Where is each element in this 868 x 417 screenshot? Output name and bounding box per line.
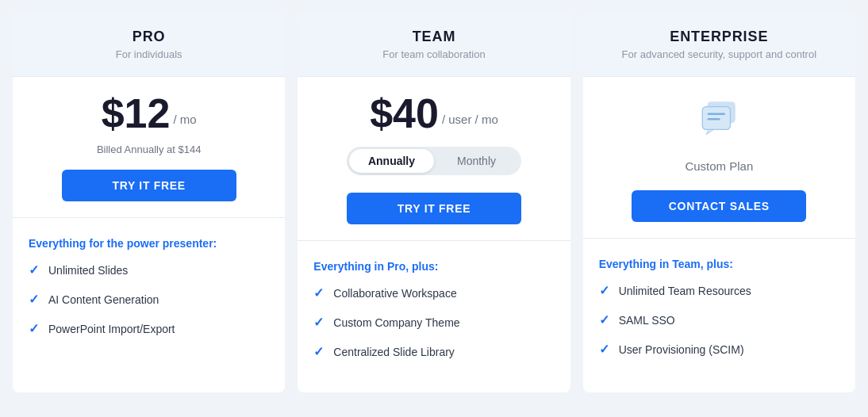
feature-label: SAML SSO [619,314,675,327]
plan-pricing-team: $40 / user / mo Annually Monthly TRY IT … [298,77,570,241]
plan-card-team: TEAM For team collaboration $40 / user /… [298,13,570,392]
plan-pricing-pro: $12 / mo Billed Annually at $144 TRY IT … [13,77,285,218]
feature-label: Unlimited Team Resources [619,285,751,297]
feature-label: User Provisioning (SCIM) [619,343,744,356]
plan-features-team: Everything in Pro, plus: ✓ Collaborative… [298,241,570,392]
plan-name-pro: PRO [25,29,272,45]
cta-button-pro[interactable]: TRY IT FREE [62,170,236,201]
feature-label: Unlimited Slides [48,264,128,277]
check-icon: ✓ [599,312,609,327]
plan-desc-pro: For individuals [25,48,272,60]
plan-header-pro: PRO For individuals [13,13,285,77]
feature-item: ✓ Unlimited Team Resources [599,283,839,298]
features-heading-pro: Everything for the power presenter: [29,237,269,250]
check-icon: ✓ [29,262,39,277]
feature-label: Collaborative Workspace [333,287,456,300]
price-unit-team: / user / mo [442,113,498,126]
check-icon: ✓ [313,315,324,330]
plan-features-pro: Everything for the power presenter: ✓ Un… [13,218,285,392]
price-amount-pro: $12 [102,93,171,134]
price-main-pro: $12 / mo [102,93,197,134]
check-icon: ✓ [313,285,324,300]
feature-item: ✓ Centralized Slide Library [313,344,554,359]
cta-button-enterprise[interactable]: CONTACT SALES [632,190,806,222]
plan-name-enterprise: ENTERPRISE [596,29,843,45]
features-heading-enterprise: Everything in Team, plus: [599,258,839,270]
feature-item: ✓ Custom Company Theme [313,315,554,330]
toggle-monthly[interactable]: Monthly [434,149,519,173]
plan-desc-enterprise: For advanced security, support and contr… [596,48,843,60]
cta-button-team[interactable]: TRY IT FREE [347,193,521,224]
plan-desc-team: For team collaboration [310,48,557,60]
chat-icon [693,93,744,143]
check-icon: ✓ [313,344,324,359]
check-icon: ✓ [599,283,609,298]
check-icon: ✓ [29,321,39,336]
custom-plan-label: Custom Plan [685,159,753,173]
feature-item: ✓ Unlimited Slides [29,262,269,277]
pricing-container: PRO For individuals $12 / mo Billed Annu… [0,0,868,405]
plan-card-enterprise: ENTERPRISE For advanced security, suppor… [583,13,855,392]
feature-item: ✓ SAML SSO [599,312,839,327]
svg-rect-3 [708,118,720,120]
check-icon: ✓ [29,292,39,307]
toggle-annually[interactable]: Annually [349,149,434,173]
svg-marker-4 [706,129,714,134]
price-main-team: $40 / user / mo [370,93,498,134]
billing-toggle: Annually Monthly [347,147,521,175]
feature-label: AI Content Generation [48,293,159,306]
feature-item: ✓ PowerPoint Import/Export [29,321,269,336]
price-amount-team: $40 [370,93,439,134]
plan-card-pro: PRO For individuals $12 / mo Billed Annu… [13,13,285,392]
feature-item: ✓ User Provisioning (SCIM) [599,342,839,357]
svg-rect-2 [708,113,725,115]
feature-label: Centralized Slide Library [333,346,455,358]
price-unit-pro: / mo [173,113,196,126]
plan-features-enterprise: Everything in Team, plus: ✓ Unlimited Te… [583,239,855,392]
plan-header-team: TEAM For team collaboration [298,13,570,77]
plan-pricing-enterprise: Custom Plan CONTACT SALES [583,77,855,239]
feature-label: Custom Company Theme [333,316,459,329]
feature-item: ✓ Collaborative Workspace [313,285,554,300]
feature-item: ✓ AI Content Generation [29,292,269,307]
feature-label: PowerPoint Import/Export [48,323,175,335]
enterprise-icon-wrap [693,93,744,143]
check-icon: ✓ [599,342,609,357]
plan-header-enterprise: ENTERPRISE For advanced security, suppor… [583,13,855,77]
billed-note-pro: Billed Annually at $144 [97,143,202,155]
plan-name-team: TEAM [310,29,557,45]
features-heading-team: Everything in Pro, plus: [313,260,554,273]
